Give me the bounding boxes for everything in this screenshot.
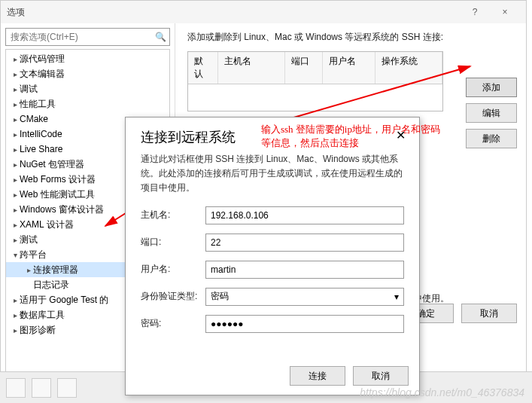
expand-icon: ▸ — [24, 266, 33, 274]
expand-icon: ▸ — [11, 115, 20, 124]
add-button[interactable]: 添加 — [466, 78, 517, 97]
tree-label: 测试 — [20, 234, 38, 246]
port-input[interactable] — [205, 234, 404, 252]
tree-label: 调试 — [20, 83, 38, 96]
cancel-button[interactable]: 取消 — [461, 304, 517, 323]
search-wrap: 🔍 — [5, 28, 170, 46]
expand-icon: ▸ — [11, 206, 20, 214]
connect-button[interactable]: 连接 — [290, 366, 345, 386]
tree-label: CMake — [20, 114, 48, 124]
expand-icon: ▸ — [11, 191, 20, 199]
expand-icon: ▸ — [11, 100, 20, 108]
user-label: 用户名: — [141, 263, 205, 276]
expand-icon: ▸ — [11, 311, 20, 319]
column-header[interactable]: 端口 — [285, 52, 323, 84]
panel-description: 添加或删除到 Linux、Mac 或 Windows 等远程系统的 SSH 连接… — [187, 31, 517, 44]
tree-label: 性能工具 — [20, 98, 56, 111]
titlebar: 选项 ? × — [1, 1, 526, 23]
column-header[interactable]: 用户名 — [323, 52, 375, 84]
host-label: 主机名: — [141, 209, 205, 221]
expand-icon: ▸ — [11, 176, 20, 184]
search-input[interactable] — [6, 32, 151, 42]
expand-icon: ▸ — [11, 221, 20, 229]
tree-label: Live Share — [20, 144, 62, 154]
dialog-cancel-button[interactable]: 取消 — [353, 366, 409, 386]
toolbar-button[interactable] — [32, 378, 51, 398]
edit-button[interactable]: 编辑 — [466, 103, 517, 123]
watermark: https://blog.csdn.net/m0_46376834 — [360, 386, 524, 398]
host-input[interactable] — [205, 206, 404, 224]
tree-label: 源代码管理 — [20, 53, 65, 66]
tree-label: 连接管理器 — [33, 264, 78, 276]
expand-icon: ▸ — [11, 55, 20, 63]
annotation-line1: 输入ssh 登陆需要的ip地址，用户名和密码 — [261, 123, 440, 136]
expand-icon: ▸ — [11, 160, 20, 169]
tree-node[interactable]: ▸文本编辑器 — [6, 66, 169, 81]
expand-icon: ▸ — [11, 85, 20, 93]
column-header[interactable]: 默认 — [188, 52, 218, 84]
window-title: 选项 — [7, 6, 460, 19]
auth-label: 身份验证类型: — [141, 290, 205, 303]
auth-value: 密码 — [211, 290, 229, 303]
tree-label: 数据库工具 — [20, 309, 65, 322]
toolbar-button[interactable] — [57, 378, 77, 398]
expand-icon: ▸ — [11, 236, 20, 244]
tree-label: 文本编辑器 — [20, 68, 65, 81]
tree-node[interactable]: ▸性能工具 — [6, 96, 169, 111]
tree-label: IntelliCode — [20, 129, 62, 139]
connect-dialog: 连接到远程系统 ✕ 通过此对话框使用 SSH 连接到 Linux、Mac、Win… — [125, 117, 420, 395]
column-header[interactable]: 操作系统 — [375, 52, 442, 84]
expand-icon: ▸ — [11, 326, 20, 334]
user-input[interactable] — [205, 261, 404, 279]
search-icon[interactable]: 🔍 — [151, 32, 169, 42]
tree-label: NuGet 包管理器 — [20, 158, 84, 171]
expand-icon: ▾ — [11, 251, 20, 259]
help-icon[interactable]: ? — [460, 2, 490, 23]
tree-label: 适用于 Google Test 的 — [20, 294, 109, 307]
column-header[interactable]: 主机名 — [218, 52, 285, 84]
expand-icon: ▸ — [11, 70, 20, 78]
tree-node[interactable]: ▸调试 — [6, 81, 169, 96]
expand-icon: ▸ — [11, 145, 20, 154]
tree-label: XAML 设计器 — [20, 218, 74, 231]
tree-label: 日志记录 — [33, 279, 69, 292]
close-icon[interactable]: × — [490, 2, 520, 23]
expand-icon: ▸ — [11, 130, 20, 139]
password-input[interactable] — [205, 315, 404, 333]
chevron-down-icon: ▾ — [394, 292, 399, 302]
tree-label: Windows 窗体设计器 — [20, 203, 104, 216]
expand-icon: ▸ — [11, 296, 20, 304]
tree-label: 图形诊断 — [20, 324, 56, 337]
tree-node[interactable]: ▸源代码管理 — [6, 51, 169, 66]
tree-label: Web Forms 设计器 — [20, 173, 96, 186]
annotation-line2: 等信息，然后点击连接 — [261, 136, 440, 150]
dialog-description: 通过此对话框使用 SSH 连接到 Linux、Mac、Windows 或其他系统… — [126, 149, 419, 206]
annotation-text: 输入ssh 登陆需要的ip地址，用户名和密码 等信息，然后点击连接 — [261, 123, 440, 150]
connections-grid: 默认主机名端口用户名操作系统 — [187, 51, 443, 111]
tree-label: 跨平台 — [20, 249, 47, 261]
delete-button[interactable]: 删除 — [466, 129, 517, 148]
toolbar-button[interactable] — [6, 378, 26, 398]
auth-select[interactable]: 密码 ▾ — [205, 288, 404, 306]
password-label: 密码: — [141, 317, 205, 330]
port-label: 端口: — [141, 236, 205, 249]
tree-label: Web 性能测试工具 — [20, 188, 95, 201]
